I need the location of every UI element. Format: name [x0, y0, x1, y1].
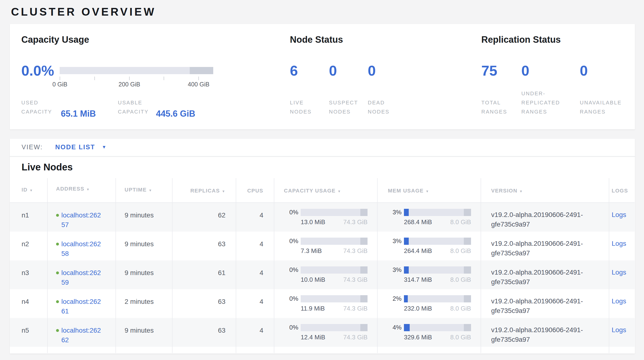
dead-nodes-label: DEAD NODES	[368, 98, 400, 116]
unavailable-ranges-label: UNAVAILABLE RANGES	[580, 98, 632, 116]
capacity-used: 7.3 MiB	[301, 247, 322, 255]
capacity-bar	[301, 295, 368, 302]
logs-cell: Logs	[609, 289, 635, 318]
node-version-cell: v19.2.0-alpha.20190606-2491-gfe735c9a97	[480, 232, 609, 260]
node-id: n4	[10, 289, 47, 318]
node-address-cell: localhost:26259	[47, 260, 116, 289]
unavailable-ranges-count: 0	[580, 64, 588, 78]
mem-total: 8.0 GiB	[450, 218, 471, 226]
node-id: n2	[10, 232, 47, 260]
node-replicas: 63	[172, 289, 236, 318]
node-version-cell: v19.2.0-alpha.20190606-2491-gfe735c9a97	[480, 203, 609, 232]
mem-bar	[404, 209, 471, 216]
capacity-usage-cell: 0% 10.0 MiB74.3 GiB	[274, 260, 377, 289]
capacity-used: 12.4 MiB	[301, 334, 325, 341]
node-uptime: 9 minutes	[116, 203, 172, 232]
capacity-total: 74.3 GiB	[343, 276, 368, 283]
mem-usage-cell: 3% 264.4 MiB8.0 GiB	[377, 232, 480, 260]
axis-tick	[94, 77, 95, 80]
capacity-percent: 0%	[284, 324, 298, 331]
capacity-percent: 0%	[284, 209, 298, 216]
column-header-id[interactable]: ID▼	[10, 178, 47, 202]
used-capacity-label: USED CAPACITY	[21, 98, 57, 116]
total-ranges-count: 75	[481, 64, 498, 78]
node-replicas: 61	[172, 260, 236, 289]
capacity-used: 13.0 MiB	[301, 218, 325, 226]
logs-link[interactable]: Logs	[612, 211, 626, 218]
live-status-dot-icon	[56, 329, 59, 332]
sort-arrow-icon: ▼	[426, 189, 429, 193]
capacity-total: 74.3 GiB	[343, 334, 368, 341]
column-header-mem-usage[interactable]: MEM USAGE▼	[377, 178, 480, 202]
mem-used: 329.6 MiB	[404, 334, 432, 341]
mem-bar	[404, 324, 471, 331]
table-row: n4 localhost:26261 2 minutes 63 4 0% 11.…	[10, 289, 635, 318]
column-header-replicas[interactable]: REPLICAS▼	[172, 178, 236, 202]
chevron-down-icon: ▼	[102, 144, 107, 149]
logs-cell: Logs	[609, 203, 635, 232]
column-header-logs: LOGS	[609, 178, 635, 202]
node-address-link[interactable]: localhost:26262	[61, 326, 102, 347]
axis-tick	[164, 77, 164, 80]
node-version-cell: v19.2.0-alpha.20190606-2491-gfe735c9a97	[480, 289, 609, 318]
axis-tick-label: 400 GiB	[188, 81, 210, 88]
logs-link[interactable]: Logs	[612, 297, 626, 305]
replication-status-heading: Replication Status	[481, 35, 561, 45]
logs-link[interactable]: Logs	[612, 240, 626, 247]
mem-percent: 3%	[387, 209, 402, 216]
column-header-uptime[interactable]: UPTIME▼	[116, 178, 172, 202]
table-header-row: ID▼ ADDRESS▼ UPTIME▼ REPLICAS▼ CPUS CAPA…	[10, 178, 635, 203]
capacity-total: 74.3 GiB	[343, 247, 368, 255]
column-header-version[interactable]: VERSION▼	[480, 178, 609, 202]
mem-total: 8.0 GiB	[450, 334, 471, 341]
node-address-link[interactable]: localhost:26259	[61, 268, 102, 289]
mem-usage-cell: 2% 232.0 MiB8.0 GiB	[377, 289, 480, 318]
mem-used: 268.4 MiB	[404, 218, 432, 226]
capacity-percent: 0%	[284, 237, 298, 245]
table-row: n1 localhost:26257 9 minutes 62 4 0% 13.…	[10, 203, 635, 232]
capacity-bar	[301, 266, 368, 274]
axis-tick	[129, 77, 130, 80]
live-status-dot-icon	[56, 271, 59, 274]
mem-usage-cell: 4% 329.6 MiB8.0 GiB	[377, 318, 480, 347]
node-uptime: 9 minutes	[116, 232, 172, 260]
mem-used: 232.0 MiB	[404, 305, 432, 312]
sort-arrow-icon: ▼	[148, 189, 152, 192]
node-address-link[interactable]: localhost:26257	[61, 211, 102, 232]
logs-link[interactable]: Logs	[612, 326, 626, 334]
node-address-link[interactable]: localhost:26258	[61, 239, 102, 260]
under-replicated-ranges-label: UNDER-REPLICATED RANGES	[521, 89, 573, 116]
live-status-dot-icon	[56, 243, 59, 246]
logs-cell: Logs	[609, 318, 635, 347]
mem-percent: 3%	[387, 237, 402, 245]
node-cpus: 4	[236, 289, 274, 318]
node-cpus: 4	[236, 260, 274, 289]
capacity-bar	[301, 324, 368, 331]
view-selector-dropdown[interactable]: NODE LIST	[55, 143, 95, 151]
capacity-usage-cell: 0% 7.3 MiB74.3 GiB	[274, 232, 377, 260]
column-header-address[interactable]: ADDRESS▼	[47, 178, 116, 202]
dead-nodes-count: 0	[368, 64, 376, 78]
axis-tick-label: 200 GiB	[118, 81, 140, 88]
node-cpus: 4	[236, 232, 274, 260]
used-capacity-value: 65.1 MiB	[61, 109, 96, 119]
live-nodes-table: ID▼ ADDRESS▼ UPTIME▼ REPLICAS▼ CPUS CAPA…	[10, 178, 635, 353]
node-address-cell: localhost:26262	[47, 318, 116, 347]
live-nodes-heading: Live Nodes	[10, 157, 635, 178]
column-header-capacity-usage[interactable]: CAPACITY USAGE▼	[274, 178, 377, 202]
mem-bar	[404, 266, 471, 274]
mem-percent: 2%	[387, 295, 402, 302]
node-cpus: 4	[236, 318, 274, 347]
sort-arrow-icon: ▼	[222, 189, 226, 193]
logs-link[interactable]: Logs	[612, 269, 626, 276]
axis-tick	[198, 77, 199, 80]
node-replicas: 63	[172, 318, 236, 347]
table-row: n3 localhost:26259 9 minutes 61 4 0% 10.…	[10, 260, 635, 289]
mem-percent: 4%	[387, 324, 402, 331]
mem-total: 8.0 GiB	[450, 247, 471, 255]
capacity-bar-track	[60, 67, 213, 74]
node-address-cell: localhost:26261	[47, 289, 116, 318]
mem-usage-cell: 3% 268.4 MiB8.0 GiB	[377, 203, 480, 232]
node-address-link[interactable]: localhost:26261	[61, 297, 102, 318]
axis-tick	[60, 77, 60, 80]
